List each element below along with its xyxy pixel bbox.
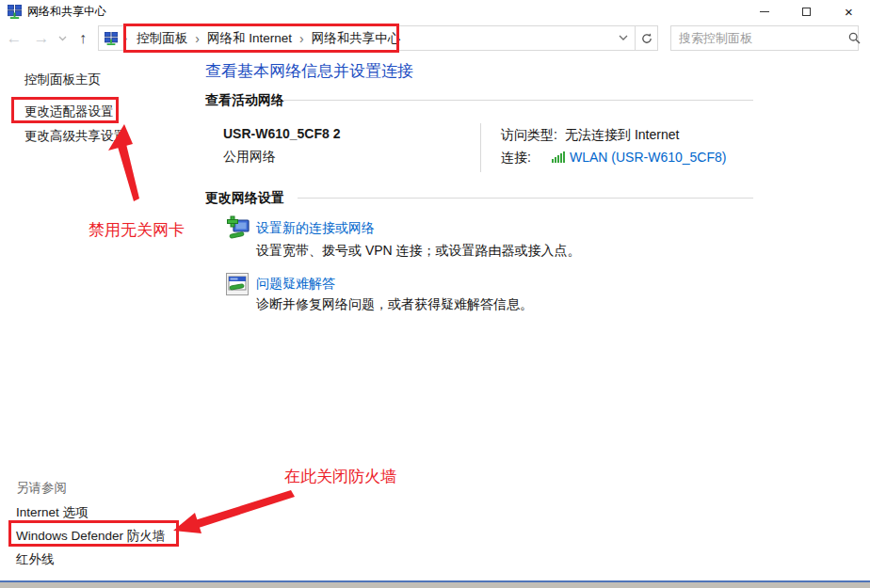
network-info-divider — [480, 123, 481, 172]
setup-new-connection-icon — [224, 215, 250, 245]
minimize-icon — [760, 11, 769, 12]
search-input[interactable] — [671, 31, 848, 45]
annotation-box-firewall — [8, 520, 179, 547]
access-type-label: 访问类型: — [501, 127, 557, 144]
forward-button[interactable]: → — [28, 29, 55, 48]
annotation-arrow-adapter-shaft — [118, 144, 139, 201]
network-center-icon — [8, 5, 22, 19]
annotation-box-adapter-settings — [11, 97, 119, 123]
active-networks-section-label: 查看活动网络 — [205, 92, 284, 109]
change-network-settings-label: 更改网络设置 — [205, 190, 284, 207]
recent-pages-dropdown[interactable] — [55, 36, 70, 41]
setup-new-connection-link[interactable]: 设置新的连接或网络 — [256, 220, 375, 237]
troubleshoot-description: 诊断并修复网络问题，或者获得疑难解答信息。 — [256, 296, 533, 313]
refresh-icon — [641, 33, 652, 44]
close-button[interactable]: × — [828, 0, 870, 23]
wlan-connection-link[interactable]: WLAN (USR-W610_5CF8) — [570, 150, 726, 165]
title-bar: 网络和共享中心 × — [0, 0, 870, 23]
close-icon: × — [845, 5, 853, 19]
annotation-text-disable-adapters: 禁用无关网卡 — [89, 219, 185, 241]
search-box — [670, 25, 859, 51]
troubleshoot-icon — [226, 273, 249, 298]
minimize-button[interactable] — [743, 0, 785, 23]
setup-new-connection-description: 设置宽带、拨号或 VPN 连接；或设置路由器或接入点。 — [256, 243, 581, 260]
sidebar-item-advanced-sharing-settings[interactable]: 更改高级共享设置 — [24, 128, 126, 145]
maximize-icon — [802, 8, 811, 16]
troubleshoot-link[interactable]: 问题疑难解答 — [256, 276, 335, 293]
page-title: 查看基本网络信息并设置连接 — [205, 60, 413, 82]
refresh-button[interactable] — [635, 26, 657, 50]
network-profile: 公用网络 — [223, 149, 276, 166]
back-button[interactable]: ← — [0, 29, 28, 48]
chevron-down-icon — [58, 36, 67, 41]
sidebar-item-internet-options[interactable]: Internet 选项 — [16, 504, 89, 521]
annotation-text-close-firewall: 在此关闭防火墙 — [284, 466, 396, 487]
connection-label: 连接: — [501, 150, 531, 167]
see-also-header: 另请参阅 — [16, 480, 67, 497]
up-button[interactable]: ↑ — [70, 30, 96, 47]
annotation-arrows — [0, 0, 870, 588]
wifi-signal-icon — [552, 151, 567, 163]
network-name: USR-W610_5CF8 2 — [223, 126, 341, 141]
window-title: 网络和共享中心 — [27, 4, 106, 20]
chevron-down-icon — [619, 35, 628, 41]
network-center-icon-small — [105, 32, 118, 45]
annotation-box-breadcrumb — [123, 24, 399, 53]
maximize-button[interactable] — [785, 0, 828, 23]
section-divider — [282, 100, 753, 101]
access-type-value: 无法连接到 Internet — [565, 127, 679, 144]
sidebar-item-infrared[interactable]: 红外线 — [16, 551, 55, 568]
annotation-arrow-firewall-shaft — [195, 490, 295, 528]
section-divider — [298, 198, 753, 199]
search-icon[interactable] — [848, 32, 861, 44]
sidebar-item-control-panel-home[interactable]: 控制面板主页 — [24, 72, 101, 88]
window-bottom-edge[interactable] — [0, 582, 870, 588]
address-dropdown-button[interactable] — [612, 35, 635, 41]
